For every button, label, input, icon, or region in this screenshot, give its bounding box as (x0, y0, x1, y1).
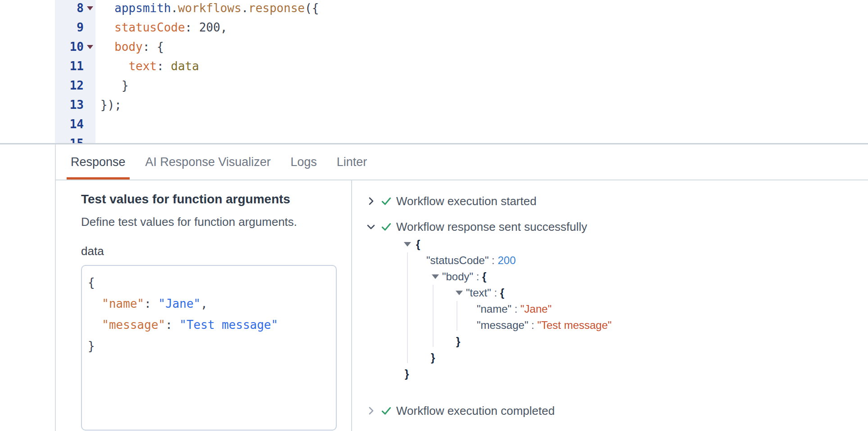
line-numbers: 89101112131415 (55, 0, 95, 144)
tree-value: 200 (497, 254, 515, 266)
check-icon (380, 405, 392, 417)
code-token-fn: response (249, 1, 305, 15)
tab-response[interactable]: Response (67, 144, 130, 180)
argument-name-label: data (81, 244, 104, 258)
code-token-key: "message" (102, 318, 165, 332)
code-token-p: { (88, 276, 95, 289)
line-number-text: 9 (77, 21, 84, 34)
line-number-text: 14 (70, 117, 84, 131)
tree-row: { (404, 236, 809, 252)
fold-arrow-icon[interactable] (87, 45, 93, 49)
tree-row-text: { (416, 236, 420, 252)
line-number: 14 (55, 115, 95, 134)
chevron-down-icon[interactable] (366, 221, 376, 232)
log-row-label: Workflow execution completed (396, 404, 555, 418)
line-number-text: 13 (70, 98, 84, 112)
tree-row-text: } (431, 350, 435, 366)
code-token-p (100, 40, 114, 54)
code-token-p (100, 21, 114, 34)
log-row-workflow-execution-started[interactable]: Workflow execution started (366, 193, 537, 209)
tree-row: "text" : { (404, 285, 809, 301)
triangle-down-icon[interactable] (432, 274, 439, 279)
tree-row-text: "statusCode" : 200 (426, 252, 516, 269)
execution-log-panel: Workflow execution startedWorkflow respo… (352, 180, 868, 431)
code-token-p: , (200, 297, 208, 310)
line-number: 9 (55, 18, 95, 37)
code-token-fn: workflows (178, 1, 241, 15)
log-row-workflow-response-sent-successfully[interactable]: Workflow response sent successfully (366, 219, 587, 234)
test-values-panel: Test values for function arguments Defin… (56, 180, 351, 431)
tree-key: "statusCode" (426, 254, 488, 266)
line-number: 10 (55, 37, 95, 57)
tree-indent-guide (407, 252, 408, 363)
log-row-label: Workflow response sent successfully (396, 220, 587, 234)
code-editor[interactable]: 89101112131415 appsmith.workflows.respon… (0, 0, 868, 144)
check-icon (380, 195, 392, 207)
code-token-p: ({ (305, 1, 319, 15)
line-number-text: 8 (77, 1, 84, 15)
tree-key: "text" (466, 287, 491, 299)
tree-open-brace: { (500, 287, 504, 299)
json-input-line: } (88, 336, 336, 357)
code-token-prop: statusCode (114, 21, 185, 34)
tree-row: } (404, 366, 809, 382)
tree-row-text: "text" : { (466, 285, 504, 301)
tree-row-text: } (405, 366, 409, 382)
tree-colon: : (511, 303, 520, 315)
code-token-p (88, 297, 102, 310)
tree-value: "Test message" (537, 319, 611, 331)
tree-row-text: "body" : { (442, 269, 486, 285)
tree-key: "message" (477, 319, 528, 331)
code-line: statusCode: 200, (100, 18, 868, 37)
line-number-text: 12 (70, 79, 84, 92)
code-token-key: "name" (102, 297, 144, 310)
code-content[interactable]: appsmith.workflows.response({ statusCode… (100, 0, 868, 144)
tab-ai-response-visualizer[interactable]: AI Response Visualizer (141, 144, 275, 180)
tree-row: } (404, 333, 809, 350)
code-line: text: data (100, 57, 868, 76)
tree-close-brace: } (431, 351, 435, 364)
code-token-p: } (122, 79, 129, 92)
tree-colon: : (528, 319, 537, 331)
line-number: 12 (55, 76, 95, 95)
tree-colon: : (473, 270, 482, 283)
log-row-workflow-execution-completed[interactable]: Workflow execution completed (366, 403, 555, 418)
code-token-p: } (88, 339, 95, 353)
code-token-p (100, 1, 114, 15)
line-number: 15 (55, 134, 95, 144)
check-icon (380, 221, 392, 233)
response-tabbar: ResponseAI Response VisualizerLogsLinter (67, 144, 371, 180)
tree-row-text: } (456, 333, 460, 350)
chevron-right-icon[interactable] (366, 196, 376, 207)
tree-value: "Jane" (520, 303, 552, 315)
tree-close-brace: } (456, 335, 460, 347)
chevron-right-icon[interactable] (366, 405, 376, 416)
code-token-kw: appsmith (114, 1, 171, 15)
code-line: appsmith.workflows.response({ (100, 0, 868, 18)
json-input-line: { (88, 272, 336, 293)
tree-colon: : (488, 254, 497, 266)
tab-linter[interactable]: Linter (333, 144, 371, 180)
triangle-down-icon[interactable] (456, 291, 463, 295)
data-argument-input[interactable]: { "name": "Jane", "message": "Test messa… (81, 265, 337, 431)
tree-indent-guide (457, 301, 457, 331)
tab-logs[interactable]: Logs (286, 144, 321, 180)
tree-row: } (404, 350, 809, 366)
code-token-p: }); (100, 98, 122, 112)
tree-key: "body" (442, 270, 473, 283)
code-token-p: : (157, 59, 171, 73)
triangle-down-icon[interactable] (404, 242, 411, 247)
code-token-p: . (241, 1, 249, 15)
response-json-tree: {"statusCode" : 200"body" : {"text" : {"… (404, 236, 809, 382)
code-token-p: . (171, 1, 178, 15)
panel-description: Define test values for function argument… (81, 215, 297, 229)
code-token-num: 200 (199, 21, 220, 34)
line-number-text: 11 (70, 59, 84, 73)
code-token-p (100, 59, 129, 73)
json-input-line: "message": "Test message" (88, 314, 336, 336)
tree-key: "name" (477, 303, 511, 315)
code-line (100, 115, 868, 134)
code-token-p: : { (143, 40, 164, 54)
tree-row: "message" : "Test message" (404, 317, 809, 333)
fold-arrow-icon[interactable] (87, 6, 93, 10)
